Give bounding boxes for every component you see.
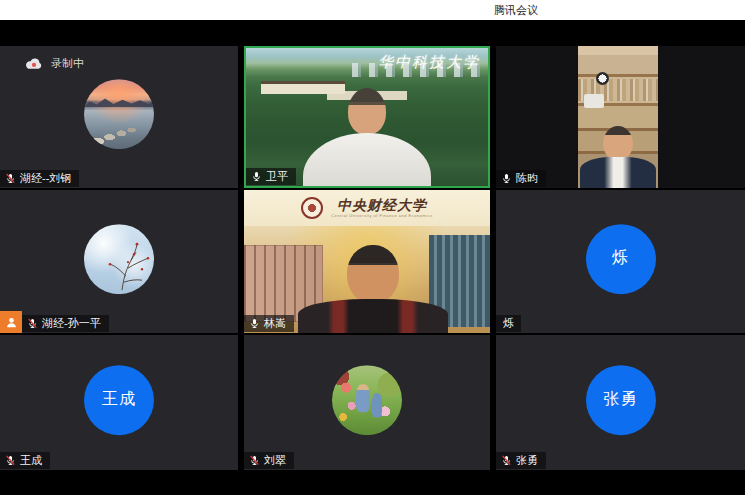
name-label: 湖经-孙一平	[22, 315, 109, 332]
participant-name: 刘翠	[264, 455, 286, 466]
clock-decor	[596, 72, 609, 85]
participant-grid: 录制中 湖经--刘钢 华中科技大学 卫平	[0, 46, 745, 470]
cabinet-decor	[584, 94, 604, 108]
participant-tile-liucui[interactable]: 刘翠	[244, 335, 490, 470]
mic-muted-icon	[27, 318, 38, 329]
mic-on-icon	[251, 171, 262, 182]
name-label: 陈昀	[496, 170, 546, 187]
participant-tile-chenyun[interactable]: 陈昀	[496, 46, 745, 188]
cloud-record-icon	[25, 57, 43, 70]
participant-name: 卫平	[266, 171, 288, 182]
participant-video-person	[298, 245, 448, 333]
avatar-photo-lake	[84, 79, 154, 149]
participant-name: 湖经-孙一平	[42, 318, 101, 329]
name-label: 刘翠	[244, 452, 294, 469]
branches-decor	[84, 224, 154, 294]
participant-name: 烁	[503, 318, 514, 329]
avatar-initials: 烁	[586, 224, 656, 294]
virtual-background-text: 中央财经大学	[337, 198, 427, 213]
participant-tile-linsong[interactable]: 中央财经大学 Central University of Finance and…	[244, 190, 490, 333]
mic-muted-icon	[249, 455, 260, 466]
person-icon	[5, 316, 18, 329]
window-titlebar: 腾讯会议	[0, 0, 745, 20]
virtual-background-cufe-banner: 中央财经大学 Central University of Finance and…	[244, 190, 490, 226]
virtual-background-subtext: Central University of Finance and Econom…	[331, 214, 432, 218]
name-label: 卫平	[246, 168, 296, 185]
name-label: 湖经--刘钢	[0, 170, 79, 187]
cufe-logo	[301, 197, 323, 219]
avatar-photo-sky	[84, 224, 154, 294]
mic-muted-icon	[501, 455, 512, 466]
name-label: 张勇	[496, 452, 546, 469]
mic-on-icon	[249, 318, 260, 329]
name-label: 王成	[0, 452, 50, 469]
portrait-video-bookshelf	[578, 46, 658, 188]
participant-name: 王成	[20, 455, 42, 466]
recording-indicator[interactable]: 录制中	[25, 56, 84, 71]
participant-video-person	[302, 88, 432, 186]
name-label: 林嵩	[244, 315, 294, 332]
participant-tile-weiping[interactable]: 华中科技大学 卫平	[244, 46, 490, 188]
participant-name: 湖经--刘钢	[20, 173, 71, 184]
participant-tile-liugang[interactable]: 录制中 湖经--刘钢	[0, 46, 238, 188]
avatar-initials: 张勇	[586, 365, 656, 435]
participant-tile-zhangyong[interactable]: 张勇 张勇	[496, 335, 745, 470]
participant-video-person	[578, 126, 658, 188]
mic-muted-icon	[5, 455, 16, 466]
participant-name: 林嵩	[264, 318, 286, 329]
recording-label: 录制中	[51, 56, 84, 71]
participant-name: 陈昀	[516, 173, 538, 184]
avatar-initials: 王成	[84, 365, 154, 435]
window-title: 腾讯会议	[494, 3, 538, 18]
participant-tile-shuo[interactable]: 烁 烁	[496, 190, 745, 333]
mic-muted-icon	[5, 173, 16, 184]
mic-on-icon	[501, 173, 512, 184]
participant-name: 张勇	[516, 455, 538, 466]
name-label: 烁	[496, 315, 521, 332]
participant-tile-wangcheng[interactable]: 王成 王成	[0, 335, 238, 470]
avatar-photo-garden	[332, 365, 402, 435]
virtual-background-text: 华中科技大学	[378, 53, 480, 72]
tencent-meeting-window: { "window": { "title": "腾讯会议" }, "record…	[0, 0, 745, 495]
member-badge	[0, 311, 22, 333]
participant-tile-sunyiping[interactable]: 湖经-孙一平	[0, 190, 238, 333]
